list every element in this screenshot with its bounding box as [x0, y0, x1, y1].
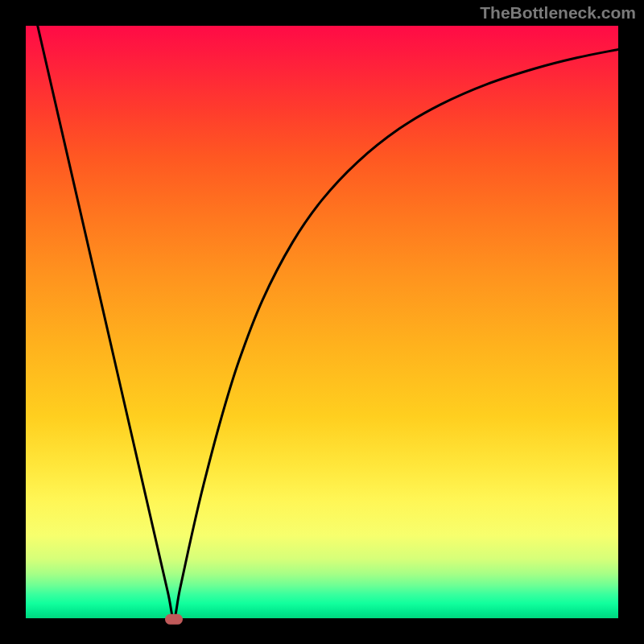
watermark-text: TheBottleneck.com — [480, 3, 636, 23]
bottleneck-curve — [26, 26, 618, 618]
plot-area — [26, 26, 618, 618]
minimum-marker — [165, 614, 183, 625]
chart-container: TheBottleneck.com — [0, 0, 644, 644]
